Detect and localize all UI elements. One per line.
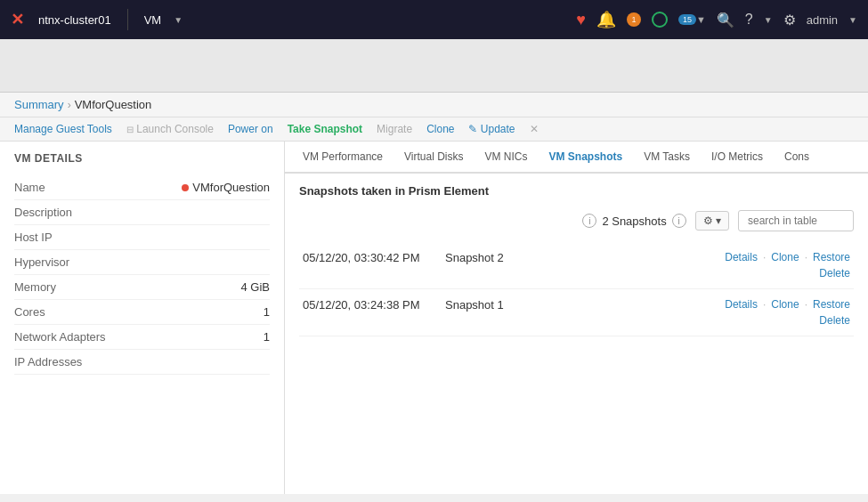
- snapshot-count-text: 2 Snapshots: [602, 215, 666, 228]
- snapshot-count-wrapper: i 2 Snapshots i: [582, 214, 685, 228]
- take-snapshot-button[interactable]: Take Snapshot: [288, 123, 362, 135]
- breadcrumb: Summary › VMforQuestion: [0, 93, 868, 117]
- snapshot-details-link-2[interactable]: Details: [725, 298, 758, 311]
- power-on-button[interactable]: Power on: [228, 123, 273, 135]
- tab-vm-tasks[interactable]: VM Tasks: [633, 142, 701, 174]
- tab-virtual-disks[interactable]: Virtual Disks: [393, 142, 474, 174]
- manage-guest-tools-button[interactable]: Manage Guest Tools: [14, 123, 112, 135]
- detail-row-memory: Memory 4 GiB: [14, 275, 270, 300]
- gear-dropdown-button[interactable]: ⚙ ▾: [695, 211, 729, 231]
- nav-divider: [127, 9, 128, 30]
- delete-button[interactable]: ✕: [530, 123, 539, 135]
- snapshots-section-title: Snapshots taken in Prism Element: [299, 184, 854, 198]
- snapshot-actions-1: Details · Clone · Restore Delete: [725, 251, 850, 279]
- detail-label-memory: Memory: [14, 280, 130, 294]
- detail-label-description: Description: [14, 206, 130, 219]
- nav-icons-group: ♥ 🔔 1 15 ▼ 🔍 ? ▼ ⚙ admin ▼: [576, 10, 857, 29]
- tab-cons[interactable]: Cons: [774, 142, 820, 174]
- vm-name-text: VMforQuestion: [192, 181, 270, 194]
- detail-value-name: VMforQuestion: [130, 181, 270, 194]
- app-logo: ✕: [11, 10, 24, 29]
- migrate-button[interactable]: Migrate: [377, 123, 412, 135]
- settings-icon[interactable]: ⚙: [783, 12, 796, 28]
- tabs-bar: VM Performance Virtual Disks VM NICs VM …: [285, 142, 868, 174]
- detail-value-memory: 4 GiB: [130, 280, 270, 294]
- update-button[interactable]: ✎ Update: [468, 123, 515, 135]
- detail-row-name: Name VMforQuestion: [14, 175, 270, 200]
- clone-button[interactable]: Clone: [426, 123, 454, 135]
- snapshot-action-row-1-top: Details · Clone · Restore: [725, 251, 850, 263]
- info-icon-right: i: [672, 214, 686, 228]
- detail-label-cores: Cores: [14, 305, 130, 319]
- cluster-name[interactable]: ntnx-cluster01: [38, 13, 111, 27]
- admin-dropdown-arrow[interactable]: ▼: [848, 15, 857, 25]
- section-label[interactable]: VM: [144, 13, 162, 27]
- launch-console-button[interactable]: ⊟ Launch Console: [126, 123, 214, 135]
- info-icon-left: i: [582, 214, 596, 228]
- search-icon[interactable]: 🔍: [717, 12, 734, 28]
- detail-label-ip-addresses: IP Addresses: [14, 355, 130, 368]
- snapshot-controls-bar: i 2 Snapshots i ⚙ ▾: [299, 210, 854, 231]
- breadcrumb-separator: ›: [68, 99, 71, 111]
- table-row: 05/12/20, 03:30:42 PM Snapshot 2 Details…: [299, 242, 854, 289]
- snapshot-delete-link-1[interactable]: Delete: [819, 267, 850, 279]
- snapshot-delete-link-2[interactable]: Delete: [819, 314, 850, 327]
- vm-details-panel: VM DETAILS Name VMforQuestion Descriptio…: [0, 142, 285, 494]
- snapshot-name-2: Snapshot 1: [445, 298, 725, 312]
- detail-row-cores: Cores 1: [14, 300, 270, 325]
- detail-row-hypervisor: Hypervisor: [14, 250, 270, 275]
- snapshot-details-link-1[interactable]: Details: [725, 251, 758, 263]
- tab-vm-snapshots[interactable]: VM Snapshots: [539, 142, 634, 174]
- alerts-bell[interactable]: 🔔: [596, 10, 616, 29]
- snapshots-tab-content: Snapshots taken in Prism Element i 2 Sna…: [285, 174, 868, 494]
- tab-io-metrics[interactable]: I/O Metrics: [701, 142, 774, 174]
- snapshot-actions-2: Details · Clone · Restore Delete: [725, 298, 850, 327]
- snapshot-action-row-2-bottom: Delete: [819, 314, 850, 327]
- snapshot-action-row-1-bottom: Delete: [819, 267, 850, 279]
- snapshot-datetime-1: 05/12/20, 03:30:42 PM: [303, 251, 445, 264]
- tab-vm-performance[interactable]: VM Performance: [292, 142, 393, 174]
- banner-area: [0, 39, 868, 93]
- action-toolbar: Manage Guest Tools ⊟ Launch Console Powe…: [0, 117, 868, 142]
- snapshot-table: 05/12/20, 03:30:42 PM Snapshot 2 Details…: [299, 242, 854, 336]
- detail-value-cores: 1: [130, 305, 270, 319]
- breadcrumb-summary-link[interactable]: Summary: [14, 98, 64, 111]
- detail-label-host-ip: Host IP: [14, 231, 130, 244]
- section-dropdown-arrow[interactable]: ▼: [174, 15, 183, 25]
- right-panel: VM Performance Virtual Disks VM NICs VM …: [285, 142, 868, 494]
- detail-row-description: Description: [14, 200, 270, 225]
- table-row: 05/12/20, 03:24:38 PM Snapshot 1 Details…: [299, 289, 854, 336]
- detail-value-network-adapters: 1: [130, 330, 270, 344]
- detail-row-ip-addresses: IP Addresses: [14, 350, 270, 375]
- orange-alert-badge[interactable]: 1: [627, 12, 641, 27]
- snapshot-datetime-2: 05/12/20, 03:24:38 PM: [303, 298, 445, 312]
- detail-label-hypervisor: Hypervisor: [14, 255, 130, 269]
- detail-row-network-adapters: Network Adapters 1: [14, 325, 270, 350]
- green-status-circle[interactable]: [652, 12, 668, 28]
- breadcrumb-current-page: VMforQuestion: [75, 98, 152, 111]
- search-input[interactable]: [738, 210, 854, 231]
- snapshot-name-1: Snapshot 2: [445, 251, 725, 264]
- main-content-area: VM DETAILS Name VMforQuestion Descriptio…: [0, 142, 868, 494]
- snapshot-clone-link-1[interactable]: Clone: [771, 251, 799, 263]
- health-icon[interactable]: ♥: [576, 11, 586, 29]
- help-icon[interactable]: ?: [745, 12, 753, 28]
- blue-count-badge[interactable]: 15 ▼: [678, 14, 706, 25]
- detail-label-network-adapters: Network Adapters: [14, 330, 130, 344]
- admin-menu[interactable]: admin: [807, 13, 838, 27]
- snapshot-action-row-2-top: Details · Clone · Restore: [725, 298, 850, 311]
- snapshot-restore-link-1[interactable]: Restore: [813, 251, 850, 263]
- top-navigation: ✕ ntnx-cluster01 VM ▼ ♥ 🔔 1 15 ▼ 🔍 ? ▼ ⚙…: [0, 0, 868, 39]
- vm-details-title: VM DETAILS: [14, 152, 270, 165]
- snapshot-restore-link-2[interactable]: Restore: [813, 298, 850, 311]
- tab-vm-nics[interactable]: VM NICs: [475, 142, 539, 174]
- snapshot-clone-link-2[interactable]: Clone: [771, 298, 799, 311]
- vm-status-indicator: [182, 184, 189, 191]
- detail-label-name: Name: [14, 181, 130, 194]
- detail-row-host-ip: Host IP: [14, 225, 270, 250]
